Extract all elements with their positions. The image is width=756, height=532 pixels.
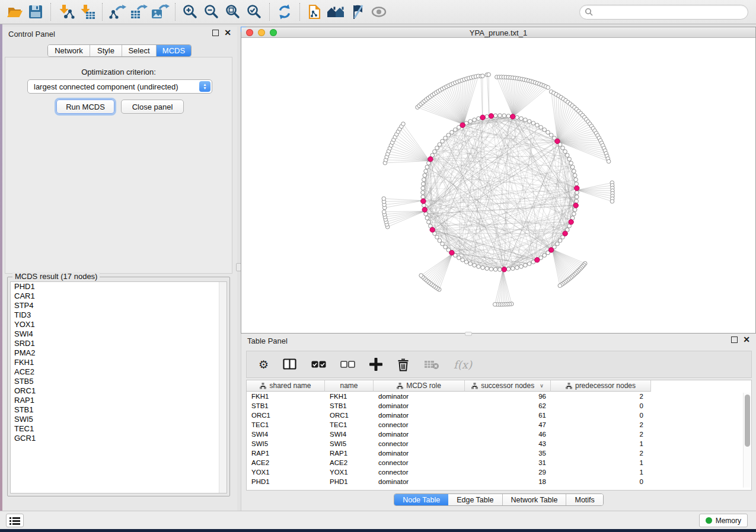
network-node[interactable] bbox=[485, 267, 489, 271]
network-node[interactable] bbox=[422, 203, 426, 207]
float-panel-icon[interactable] bbox=[731, 336, 738, 343]
mcds-node[interactable] bbox=[573, 203, 578, 208]
tab-network[interactable]: Network bbox=[48, 45, 90, 56]
mcds-result-item[interactable]: SWI5 bbox=[11, 415, 227, 424]
open-session-icon[interactable] bbox=[4, 2, 25, 22]
network-node[interactable] bbox=[570, 165, 575, 169]
network-node[interactable] bbox=[569, 161, 573, 165]
network-node[interactable] bbox=[573, 208, 577, 212]
zoom-selected-icon[interactable] bbox=[244, 2, 265, 22]
network-node[interactable] bbox=[477, 117, 481, 121]
network-node[interactable] bbox=[424, 212, 428, 216]
network-node[interactable] bbox=[450, 130, 454, 134]
table-row[interactable]: PHD1PHD1dominator180 bbox=[247, 477, 751, 486]
task-history-button[interactable] bbox=[6, 514, 24, 527]
network-node[interactable] bbox=[515, 265, 519, 270]
network-node[interactable] bbox=[493, 267, 497, 271]
close-panel-icon[interactable]: ✕ bbox=[743, 336, 750, 343]
mcds-result-item[interactable]: GCR1 bbox=[11, 434, 227, 443]
export-network-icon[interactable] bbox=[107, 2, 128, 22]
table-scrollbar[interactable] bbox=[743, 393, 751, 488]
mcds-result-item[interactable]: PHD1 bbox=[11, 282, 227, 291]
mcds-result-item[interactable]: PMA2 bbox=[11, 348, 227, 358]
network-node[interactable] bbox=[493, 114, 497, 118]
network-node[interactable] bbox=[563, 150, 567, 154]
network-node[interactable] bbox=[574, 178, 578, 182]
network-node[interactable] bbox=[485, 115, 489, 119]
network-node[interactable] bbox=[607, 159, 611, 164]
mcds-result-item[interactable]: CAR1 bbox=[11, 291, 227, 301]
network-node[interactable] bbox=[489, 267, 493, 271]
network-node[interactable] bbox=[575, 191, 579, 195]
table-row[interactable]: YOX1YOX1connector291 bbox=[247, 467, 751, 477]
network-node[interactable] bbox=[446, 133, 451, 137]
network-node[interactable] bbox=[573, 174, 577, 178]
network-node[interactable] bbox=[487, 73, 491, 77]
network-node[interactable] bbox=[572, 212, 576, 216]
network-node[interactable] bbox=[473, 118, 477, 122]
network-node[interactable] bbox=[524, 263, 528, 267]
mcds-result-item[interactable]: SWI4 bbox=[11, 329, 227, 339]
network-node[interactable] bbox=[444, 136, 448, 140]
network-node[interactable] bbox=[506, 114, 511, 118]
network-node[interactable] bbox=[515, 116, 519, 120]
zoom-fit-icon[interactable] bbox=[222, 2, 244, 22]
tab-motifs[interactable]: Motifs bbox=[566, 494, 602, 506]
network-node[interactable] bbox=[531, 121, 535, 126]
tab-style[interactable]: Style bbox=[90, 45, 122, 56]
network-node[interactable] bbox=[575, 199, 579, 203]
network-node[interactable] bbox=[422, 178, 426, 182]
tab-network-table[interactable]: Network Table bbox=[503, 494, 567, 506]
network-node[interactable] bbox=[433, 150, 437, 154]
network-node[interactable] bbox=[519, 265, 524, 269]
search-field[interactable] bbox=[579, 5, 748, 20]
mcds-result-list[interactable]: PHD1CAR1STP4TID3YOX1SWI4SRD1PMA2FKH1ACE2… bbox=[10, 281, 227, 493]
network-node[interactable] bbox=[441, 242, 445, 246]
network-node[interactable] bbox=[493, 303, 497, 307]
network-node[interactable] bbox=[425, 165, 429, 169]
network-node[interactable] bbox=[401, 122, 406, 126]
mcds-node[interactable] bbox=[489, 114, 493, 118]
network-node[interactable] bbox=[511, 267, 515, 271]
mcds-node[interactable] bbox=[511, 114, 515, 119]
tab-edge-table[interactable]: Edge Table bbox=[448, 494, 502, 506]
mcds-node[interactable] bbox=[449, 250, 454, 255]
new-network-from-selection-icon[interactable] bbox=[304, 2, 326, 22]
network-node[interactable] bbox=[477, 265, 481, 269]
network-node[interactable] bbox=[438, 143, 442, 147]
column-header-successor-nodes[interactable]: successor nodes∨ bbox=[465, 380, 551, 392]
import-network-icon[interactable] bbox=[55, 2, 76, 22]
network-node[interactable] bbox=[519, 117, 524, 121]
network-node[interactable] bbox=[558, 284, 562, 288]
network-node[interactable] bbox=[425, 216, 429, 220]
network-node[interactable] bbox=[423, 174, 427, 178]
network-node[interactable] bbox=[441, 139, 445, 143]
network-node[interactable] bbox=[535, 123, 540, 127]
mcds-result-item[interactable]: STB1 bbox=[11, 405, 227, 415]
table-row[interactable]: ORC1ORC1dominator610 bbox=[247, 411, 751, 420]
network-node[interactable] bbox=[382, 210, 386, 214]
network-node[interactable] bbox=[424, 169, 428, 174]
mcds-result-item[interactable]: YOX1 bbox=[11, 320, 227, 329]
show-all-icon[interactable] bbox=[368, 2, 390, 22]
delete-column-icon[interactable] bbox=[397, 358, 410, 371]
export-table-icon[interactable] bbox=[128, 2, 149, 22]
network-node[interactable] bbox=[382, 197, 386, 201]
table-row[interactable]: ACE2ACE2connector311 bbox=[247, 458, 751, 467]
network-node[interactable] bbox=[539, 126, 543, 130]
network-node[interactable] bbox=[567, 157, 572, 161]
network-node[interactable] bbox=[561, 146, 565, 150]
column-header-shared-name[interactable]: shared name bbox=[247, 380, 325, 392]
network-node[interactable] bbox=[419, 274, 423, 278]
tab-select[interactable]: Select bbox=[122, 45, 157, 56]
table-row[interactable]: SWI5SWI5connector431 bbox=[247, 439, 751, 448]
mcds-result-item[interactable]: RAP1 bbox=[11, 396, 227, 405]
criterion-dropdown[interactable]: largest connected component (undirected)… bbox=[27, 79, 212, 94]
network-node[interactable] bbox=[610, 200, 614, 204]
save-session-icon[interactable] bbox=[25, 2, 46, 22]
mcds-node[interactable] bbox=[422, 207, 427, 212]
network-node[interactable] bbox=[453, 128, 457, 132]
mcds-result-item[interactable]: STB5 bbox=[11, 377, 227, 386]
run-mcds-button[interactable]: Run MCDS bbox=[56, 100, 114, 114]
mcds-result-item[interactable]: FKH1 bbox=[11, 358, 227, 367]
